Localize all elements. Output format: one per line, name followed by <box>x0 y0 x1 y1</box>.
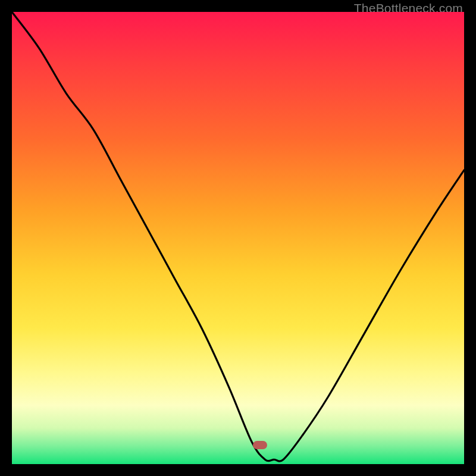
chart-frame: TheBottleneck.com <box>0 0 476 476</box>
plot-area <box>12 12 464 464</box>
optimum-marker <box>253 441 267 449</box>
bottleneck-curve <box>12 12 464 464</box>
